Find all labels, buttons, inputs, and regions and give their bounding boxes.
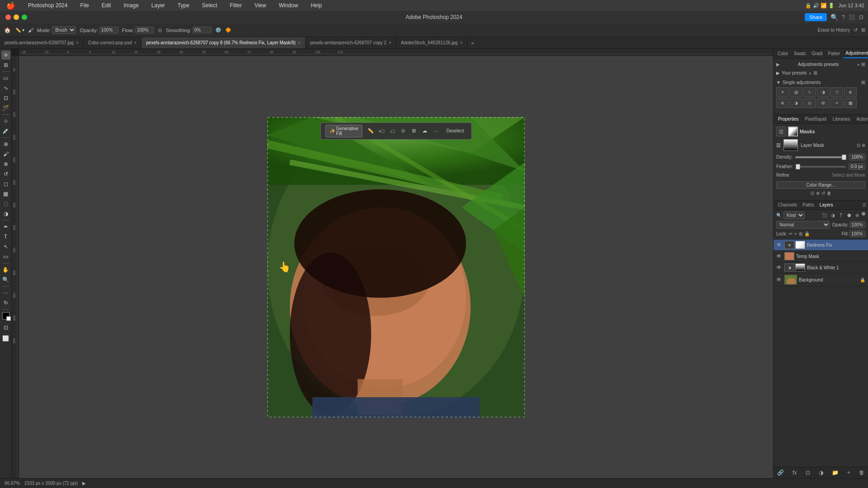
tab-1[interactable]: Color-correct-pop.psd × bbox=[84, 37, 142, 48]
brush-preset-icon[interactable]: ✏️ ▾ bbox=[15, 28, 24, 33]
layer-item-background[interactable]: 👁 Background 🔒 bbox=[774, 273, 868, 286]
hand-tool[interactable]: ✋ bbox=[1, 265, 10, 274]
select-mask-label[interactable]: Select and Mask bbox=[832, 173, 865, 178]
filter-adjust-icon[interactable]: ◑ bbox=[829, 212, 836, 219]
tab-close-2[interactable]: × bbox=[298, 40, 301, 45]
layer-item-temp-mask[interactable]: 👁 Temp Mask bbox=[774, 251, 868, 262]
mode-select[interactable]: Brush bbox=[52, 26, 76, 34]
screen-mode[interactable]: ⬜ bbox=[1, 334, 10, 343]
marquee-tool[interactable]: ▭ bbox=[1, 74, 10, 83]
extra-tools[interactable]: ··· bbox=[1, 288, 10, 297]
channelmixer-adj-btn[interactable]: ⊞ bbox=[817, 98, 830, 108]
generative-fill-button[interactable]: ✨ Generative Fill bbox=[326, 125, 363, 137]
layers-panel-menu-icon[interactable]: ☰ bbox=[862, 202, 866, 207]
tab-close-1[interactable]: × bbox=[134, 40, 137, 45]
brush-tool[interactable]: 🖌 bbox=[1, 150, 10, 159]
shape-tool[interactable]: ▭ bbox=[1, 252, 10, 261]
colorbalance-adj-btn[interactable]: ⊗ bbox=[776, 98, 789, 108]
blur-tool[interactable]: ◌ bbox=[1, 199, 10, 208]
tab-4[interactable]: AdobeStock_645281126.jpg × bbox=[396, 37, 468, 48]
layer-item-redness-fix[interactable]: 👁 ⊕ Redness Fix bbox=[774, 239, 868, 251]
add-your-preset-button[interactable]: + bbox=[809, 70, 811, 76]
eyedropper-tool[interactable]: 💉 bbox=[1, 127, 10, 136]
delete-mask-button[interactable]: 🗑 bbox=[827, 191, 831, 196]
adjustments-tab[interactable]: Adjustments bbox=[843, 49, 868, 58]
pixelsquid-tab[interactable]: PixelSquid bbox=[802, 115, 829, 123]
tab-close-0[interactable]: × bbox=[76, 40, 79, 45]
tab-2[interactable]: pexels-anntarazevich-6268707 copy 8 (66.… bbox=[142, 37, 306, 48]
rotate-view-tool[interactable]: ↻ bbox=[1, 298, 10, 307]
pixel-mask-button[interactable]: ⊡ bbox=[811, 191, 814, 196]
channels-tab[interactable]: Channels bbox=[775, 201, 800, 209]
gf-brush-tool[interactable]: ✏️ bbox=[366, 127, 375, 136]
layer-visibility-bw[interactable]: 👁 bbox=[776, 264, 783, 271]
gf-transform-icon[interactable]: ⊞ bbox=[410, 127, 419, 136]
lock-all-icon[interactable]: 🔒 bbox=[804, 231, 810, 236]
preset-grid-button[interactable]: ⊞ bbox=[861, 61, 865, 67]
paths-tab[interactable]: Paths bbox=[800, 201, 817, 209]
libraries-tab[interactable]: Libraries bbox=[830, 115, 853, 123]
menu-photoshop[interactable]: Photoshop 2024 bbox=[25, 1, 70, 9]
layout-icon[interactable]: ⬛ bbox=[849, 14, 855, 20]
add-preset-button[interactable]: + bbox=[857, 61, 860, 67]
your-preset-grid-button[interactable]: ⊞ bbox=[813, 70, 817, 76]
apple-menu[interactable]: 🍎 bbox=[4, 0, 18, 11]
eraser-tool[interactable]: ◻ bbox=[1, 179, 10, 188]
levels-adj-btn[interactable]: ▤ bbox=[790, 87, 802, 97]
invert-mask-button[interactable]: ↺ bbox=[821, 191, 825, 196]
tab-close-3[interactable]: × bbox=[389, 40, 392, 45]
menu-filter[interactable]: Filter bbox=[227, 1, 245, 9]
more-tabs-icon[interactable]: » bbox=[467, 40, 477, 46]
minimize-button[interactable] bbox=[14, 14, 19, 20]
feather-value[interactable]: 0.0 px bbox=[849, 163, 865, 170]
blend-mode-select[interactable]: Normal bbox=[776, 221, 830, 229]
swatches-tab[interactable]: Swatc bbox=[792, 49, 808, 58]
gradient-tool[interactable]: ▦ bbox=[1, 189, 10, 198]
layer-link-button[interactable]: 🔗 bbox=[776, 469, 785, 477]
text-tool[interactable]: T bbox=[1, 232, 10, 241]
layer-mask-button[interactable]: ⊡ bbox=[805, 469, 811, 477]
filter-shape-icon[interactable]: ⬟ bbox=[845, 212, 853, 219]
fill-input[interactable] bbox=[849, 230, 865, 237]
help-icon[interactable]: ? bbox=[842, 14, 845, 20]
info-arrow[interactable]: ▶ bbox=[82, 481, 86, 486]
hsl-adj-btn[interactable]: ⊕ bbox=[844, 87, 857, 97]
menu-edit[interactable]: Edit bbox=[99, 1, 114, 9]
menu-help[interactable]: Help bbox=[308, 1, 325, 9]
curves-adj-btn[interactable]: ∿ bbox=[803, 87, 816, 97]
opacity-input[interactable] bbox=[849, 221, 865, 228]
your-presets-header[interactable]: ▶ Your presets + ⊞ bbox=[776, 70, 865, 76]
move-tool[interactable]: ✛ bbox=[1, 51, 10, 60]
dodge-tool[interactable]: ◑ bbox=[1, 209, 10, 218]
menu-image[interactable]: Image bbox=[121, 1, 141, 9]
layer-item-bw[interactable]: 👁 ◑ Black & White 1 bbox=[774, 262, 868, 273]
menu-view[interactable]: View bbox=[252, 1, 269, 9]
new-layer-button[interactable]: + bbox=[846, 469, 851, 477]
vibrance-adj-btn[interactable]: ▽ bbox=[830, 87, 843, 97]
new-group-button[interactable]: 📁 bbox=[831, 469, 840, 477]
object-select-tool[interactable]: ⊡ bbox=[1, 94, 10, 103]
expand-icon[interactable]: ⊡ bbox=[859, 14, 863, 20]
vector-mask-button[interactable]: ⊕ bbox=[816, 191, 820, 196]
settings-icon[interactable]: ⚙️ bbox=[215, 27, 222, 33]
lock-pixels-icon[interactable]: ✏ bbox=[789, 231, 793, 236]
colorlookup-adj-btn[interactable]: ≡ bbox=[830, 98, 843, 108]
deselect-button[interactable]: Deselect bbox=[444, 127, 467, 134]
posterize-adj-btn[interactable]: ▦ bbox=[844, 98, 857, 108]
menu-layer[interactable]: Layer bbox=[149, 1, 168, 9]
layer-visibility-background[interactable]: 👁 bbox=[776, 277, 783, 283]
layers-tab[interactable]: Layers bbox=[817, 201, 836, 209]
gf-feather-icon[interactable]: ☁ bbox=[420, 127, 429, 136]
zoom-tool[interactable]: 🔍 bbox=[1, 275, 10, 284]
menu-window[interactable]: Window bbox=[276, 1, 301, 9]
close-button[interactable] bbox=[5, 14, 11, 20]
menu-select[interactable]: Select bbox=[199, 1, 220, 9]
patterns-tab[interactable]: Patter bbox=[826, 49, 843, 58]
flow-input[interactable] bbox=[135, 27, 154, 33]
delete-layer-button[interactable]: 🗑 bbox=[858, 469, 865, 477]
color-range-button[interactable]: Color Range... bbox=[776, 181, 865, 189]
history-brush-tool[interactable]: ↺ bbox=[1, 169, 10, 178]
lock-position-icon[interactable]: + bbox=[794, 231, 797, 236]
history-icon[interactable]: ↺ bbox=[854, 27, 858, 33]
home-icon[interactable]: 🏠 bbox=[3, 26, 12, 35]
